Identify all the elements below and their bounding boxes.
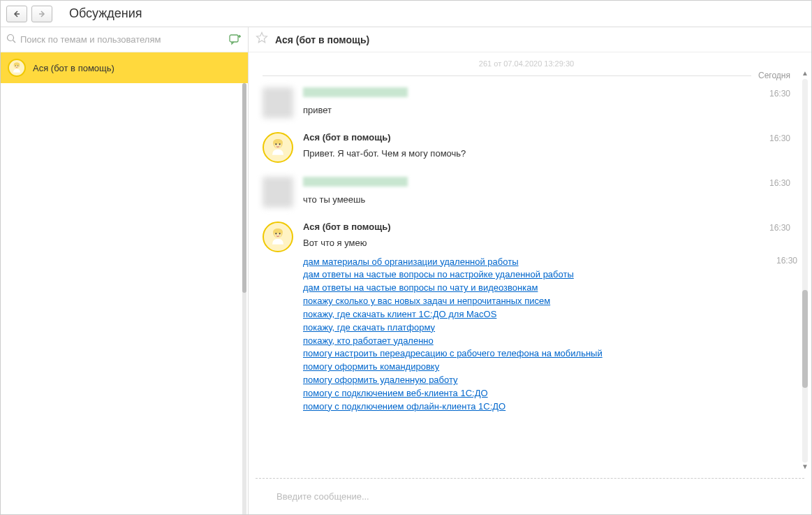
bot-link[interactable]: покажу сколько у вас новых задач и непро… (303, 295, 790, 308)
message-author: Ася (бот в помощь) (303, 222, 790, 232)
message-time: 16:30 (769, 89, 790, 99)
message-time: 16:30 (769, 178, 790, 188)
star-icon[interactable] (256, 31, 268, 48)
message-text: что ты умеешь (303, 193, 790, 207)
conversation-item[interactable]: Ася (бот в помощь) (1, 52, 248, 83)
new-conversation-button[interactable] (228, 33, 242, 47)
bot-link[interactable]: помогу с подключением офлайн-клиента 1С:… (303, 400, 790, 414)
svg-point-2 (8, 35, 14, 41)
message-time: 16:30 (769, 133, 790, 143)
svg-point-13 (275, 143, 276, 145)
svg-rect-4 (230, 35, 238, 42)
svg-point-17 (275, 233, 276, 234)
day-label: Сегодня (751, 71, 790, 80)
search-input[interactable] (20, 34, 224, 45)
sidebar-scroll-thumb[interactable] (242, 83, 246, 293)
bot-avatar (263, 222, 293, 252)
search-icon (6, 34, 16, 45)
message-author (303, 87, 408, 97)
message-author: Ася (бот в помощь) (303, 132, 790, 143)
bot-link[interactable]: покажу, кто работает удаленно (303, 335, 790, 348)
bot-link[interactable]: покажу, где скачать клиент 1С:ДО для Mac… (303, 308, 790, 321)
user-avatar (263, 87, 293, 118)
scroll-down-icon[interactable]: ▼ (802, 463, 809, 472)
message-text: привет (303, 103, 790, 117)
message: что ты умеешь 16:30 (263, 177, 790, 208)
app-window: Обсуждения Ася (бот в помощь) (0, 0, 812, 515)
user-avatar (263, 177, 293, 208)
svg-point-18 (279, 233, 281, 234)
bot-link[interactable]: помогу оформить удаленную работу (303, 374, 790, 387)
scroll-track[interactable] (802, 79, 808, 463)
bot-link[interactable]: помогу настроить переадресацию с рабочег… (303, 347, 790, 361)
day-separator: Сегодня (263, 71, 790, 80)
chat-panel: Ася (бот в помощь) 261 от 07.04.2020 13:… (249, 27, 811, 514)
conversation-item-label: Ася (бот в помощь) (33, 63, 115, 73)
bot-links-block: 16:30 дам материалы об организации удале… (303, 256, 790, 414)
bot-link[interactable]: покажу, где скачать платформу (303, 321, 790, 335)
topbar: Обсуждения (1, 1, 811, 27)
scroll-thumb[interactable] (802, 290, 808, 388)
bot-avatar (263, 132, 293, 163)
message-time: 16:30 (769, 223, 790, 233)
main-area: Ася (бот в помощь) Ася (бот в помощь) 26… (1, 27, 811, 514)
scroll-up-icon[interactable]: ▲ (802, 69, 809, 79)
svg-point-9 (15, 65, 16, 66)
message: Ася (бот в помощь) Вот что я умею 16:30 … (263, 222, 790, 414)
bot-link[interactable]: дам материалы об организации удаленной р… (303, 256, 790, 269)
content-scrollbar[interactable]: ▲ ▼ (802, 69, 809, 472)
faded-prev-message: 261 от 07.04.2020 13:29:30 (263, 59, 790, 68)
sidebar-scrollbar[interactable] (242, 83, 246, 515)
bot-link[interactable]: помогу оформить командировку (303, 361, 790, 374)
sidebar: Ася (бот в помощь) (1, 27, 249, 514)
svg-point-14 (279, 143, 281, 145)
nav-back-button[interactable] (6, 6, 27, 22)
message: Ася (бот в помощь) Привет. Я чат-бот. Че… (263, 132, 790, 163)
page-title: Обсуждения (69, 6, 142, 21)
svg-line-3 (13, 41, 16, 43)
bot-link[interactable]: помогу с подключением веб-клиента 1С:ДО (303, 387, 790, 400)
messages-area: 261 от 07.04.2020 13:29:30 Сегодня приве… (249, 52, 811, 478)
message-input-area (256, 478, 804, 514)
add-chat-icon (229, 34, 242, 46)
bot-avatar-icon (8, 59, 26, 77)
message-text: Привет. Я чат-бот. Чем я могу помочь? (303, 147, 790, 161)
message-time: 16:30 (776, 256, 797, 266)
chat-title: Ася (бот в помощь) (275, 34, 369, 45)
bot-link[interactable]: дам ответы на частые вопросы по чату и в… (303, 282, 790, 295)
bot-link[interactable]: дам ответы на частые вопросы по настройк… (303, 268, 790, 282)
message-input[interactable] (270, 487, 790, 506)
message-author (303, 177, 408, 187)
arrow-right-icon (38, 10, 46, 18)
conversation-list: Ася (бот в помощь) (1, 52, 248, 514)
chat-header: Ася (бот в помощь) (249, 27, 811, 52)
svg-point-10 (17, 65, 18, 66)
nav-forward-button[interactable] (31, 6, 52, 22)
message-text: Вот что я умею (303, 236, 790, 250)
arrow-left-icon (13, 10, 21, 18)
search-row (1, 27, 248, 52)
message: привет 16:30 (263, 87, 790, 118)
